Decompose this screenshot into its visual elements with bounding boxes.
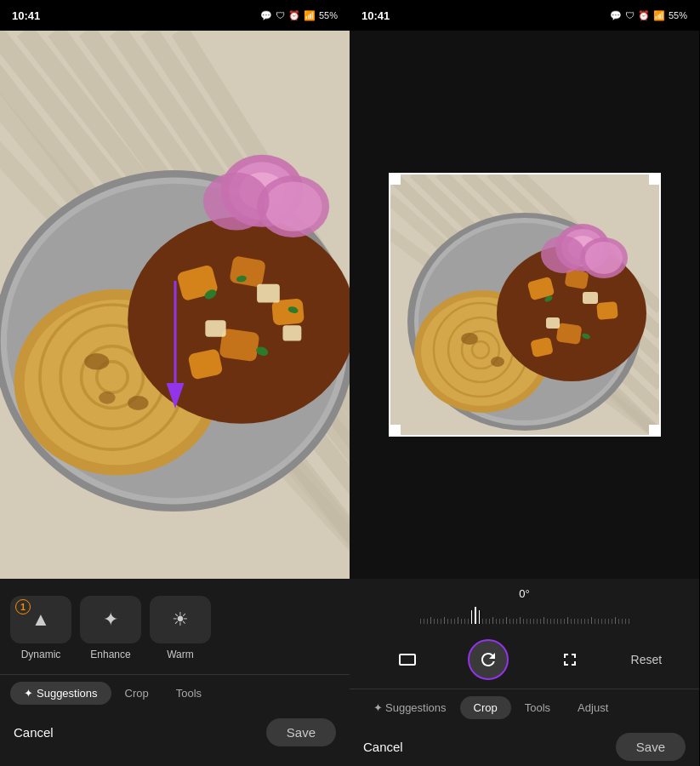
warm-label: Warm <box>167 649 194 660</box>
svg-point-23 <box>128 217 350 424</box>
enhance-icon: ✦ <box>103 609 118 631</box>
tab-tools-left[interactable]: Tools <box>162 682 215 705</box>
status-bar-right: 10:41 💬 🛡 ⏰ 📶 55% <box>350 0 699 31</box>
svg-point-78 <box>585 242 623 274</box>
tab-crop-right[interactable]: Crop <box>460 696 511 719</box>
whatsapp-icon: 💬 <box>260 10 272 21</box>
svg-rect-67 <box>596 301 618 320</box>
crop-container <box>389 173 661 437</box>
tab-adjust-right[interactable]: Adjust <box>564 696 622 719</box>
tab-suggestions-left[interactable]: ✦ Suggestions <box>10 682 111 705</box>
status-bar-left: 10:41 💬 🛡 ⏰ 📶 55% <box>0 0 350 31</box>
dynamic-icon-box: ▲ <box>10 596 71 643</box>
left-phone-panel: 10:41 💬 🛡 ⏰ 📶 55% <box>0 0 350 766</box>
crop-food-svg <box>389 173 661 437</box>
status-icons-left: 💬 🛡 ⏰ 📶 55% <box>260 10 338 21</box>
battery-icon: 55% <box>319 10 338 20</box>
action-bar-left: Cancel Save <box>0 712 350 760</box>
shield-icon-right: 🛡 <box>625 10 635 20</box>
tab-suggestions-right[interactable]: ✦Suggestions <box>360 696 460 719</box>
save-button-right[interactable]: Save <box>616 733 686 761</box>
shield-icon: 🛡 <box>276 10 285 20</box>
svg-point-79 <box>541 236 585 273</box>
tab-tools-right[interactable]: Tools <box>511 696 564 719</box>
warm-icon-box: ☀ <box>150 596 211 643</box>
dynamic-label: Dynamic <box>21 649 61 660</box>
tab-bar-left: ✦ Suggestions Crop Tools <box>0 674 350 712</box>
whatsapp-icon-right: 💬 <box>610 10 622 21</box>
svg-rect-80 <box>400 655 415 665</box>
svg-point-41 <box>203 172 270 230</box>
svg-point-40 <box>265 181 322 231</box>
rotate-button[interactable] <box>468 639 509 680</box>
cancel-button-right[interactable]: Cancel <box>363 740 403 754</box>
svg-rect-31 <box>282 325 301 340</box>
suggestions-star-icon: ✦ <box>24 687 33 700</box>
filter-row: ▲ Dynamic ✦ Enhance ☀ Warm <box>10 592 339 667</box>
enhance-label: Enhance <box>90 649 130 660</box>
aspect-ratio-icon <box>397 649 418 670</box>
signal-icon: 📶 <box>304 10 316 21</box>
svg-rect-68 <box>555 323 582 345</box>
warm-icon: ☀ <box>172 609 189 631</box>
filter-item-enhance[interactable]: ✦ Enhance <box>80 596 141 660</box>
dynamic-icon: ▲ <box>31 609 50 631</box>
svg-rect-29 <box>257 284 280 303</box>
tab-crop-left[interactable]: Crop <box>111 682 162 705</box>
bottom-controls-left: ▲ Dynamic ✦ Enhance ☀ Warm <box>0 579 350 766</box>
svg-rect-70 <box>583 292 598 304</box>
svg-point-22 <box>99 392 115 404</box>
svg-rect-71 <box>546 317 560 329</box>
suggestions-star-icon-right: ✦ <box>373 701 383 714</box>
ruler-center-marker <box>475 607 476 624</box>
filter-tools-area: ▲ Dynamic ✦ Enhance ☀ Warm <box>0 579 350 674</box>
fullscreen-icon <box>560 649 580 670</box>
filter-item-dynamic[interactable]: ▲ Dynamic <box>10 596 71 660</box>
svg-point-63 <box>491 357 504 367</box>
food-image-right <box>350 31 699 579</box>
rotation-degree: 0° <box>519 587 529 600</box>
status-time-left: 10:41 <box>12 9 40 22</box>
filter-item-warm[interactable]: ☀ Warm <box>150 596 211 660</box>
signal-icon-right: 📶 <box>653 10 665 21</box>
svg-point-20 <box>84 353 109 369</box>
save-button-left[interactable]: Save <box>266 718 336 746</box>
svg-point-21 <box>128 396 148 410</box>
tab-bar-right: ✦Suggestions Crop Tools Adjust <box>350 689 699 726</box>
svg-rect-25 <box>229 255 266 288</box>
status-icons-right: 💬 🛡 ⏰ 📶 55% <box>610 10 687 21</box>
svg-rect-30 <box>205 320 225 336</box>
rotation-area: 0° <box>350 579 699 631</box>
home-indicator-left <box>0 760 350 766</box>
fullscreen-button[interactable] <box>549 639 590 680</box>
status-time-right: 10:41 <box>361 9 390 22</box>
enhance-icon-box: ✦ <box>80 596 141 643</box>
svg-point-62 <box>461 333 478 345</box>
alarm-icon-right: ⏰ <box>638 10 650 21</box>
action-bar-right: Cancel Save <box>350 726 699 766</box>
battery-icon-right: 55% <box>669 10 687 20</box>
rotation-ruler[interactable] <box>360 605 689 626</box>
crop-tools-row: Reset <box>350 631 699 689</box>
aspect-ratio-button[interactable] <box>387 639 428 680</box>
bottom-controls-right: 0° <box>350 579 699 766</box>
reset-button[interactable]: Reset <box>631 653 663 666</box>
rotate-icon <box>478 649 498 670</box>
food-image-left <box>0 31 350 579</box>
alarm-icon: ⏰ <box>288 10 300 21</box>
cancel-button-left[interactable]: Cancel <box>14 725 54 740</box>
right-phone-panel: 10:41 💬 🛡 ⏰ 📶 55% <box>350 0 699 766</box>
